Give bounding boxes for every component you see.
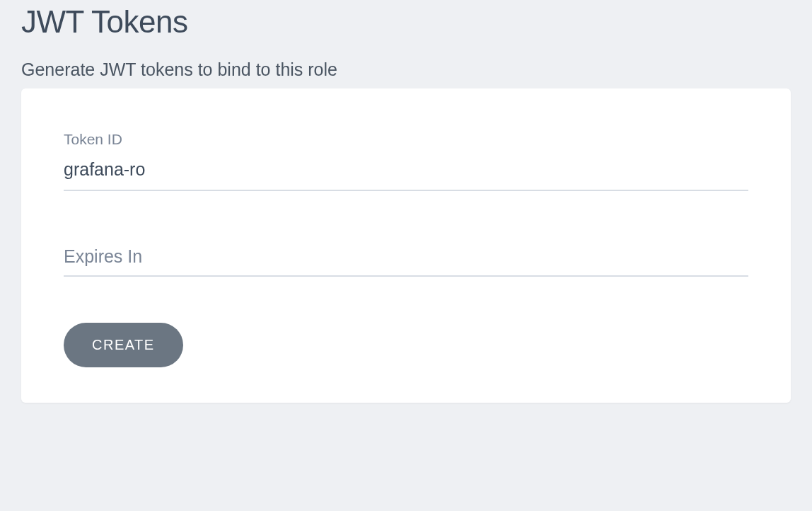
token-id-group: Token ID: [64, 131, 748, 191]
page-subtitle: Generate JWT tokens to bind to this role: [21, 59, 791, 80]
token-form-card: Token ID Expires In CREATE: [21, 88, 791, 403]
page-title: JWT Tokens: [21, 4, 791, 40]
expires-in-group: Expires In: [64, 241, 748, 277]
token-id-label: Token ID: [64, 131, 748, 148]
create-button[interactable]: CREATE: [64, 323, 183, 367]
expires-in-input[interactable]: [64, 241, 748, 277]
token-id-input[interactable]: [64, 155, 748, 191]
